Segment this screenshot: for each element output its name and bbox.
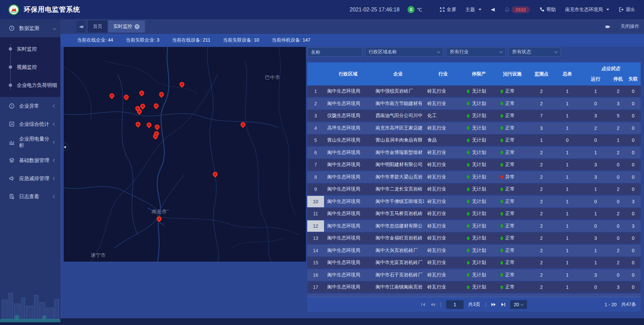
cell-region: 阆中生态环境局 [324,171,372,183]
table-row[interactable]: 9阆中生态环境局阆中市二龙长宝页岩砖砖瓦行业无计划正常21120 [307,183,641,195]
cell-stop-count: 0 [610,269,626,281]
cell-stop-count: 3 [610,281,626,293]
sidebar-item-4[interactable]: 企业用电量分析 [0,133,60,151]
sidebar-item-7[interactable]: 日志查看 [0,187,60,206]
table-row[interactable]: 11阆中生态环境局阆中市五马桥页岩机砖砖瓦行业无计划正常21120 [307,208,641,219]
table-row[interactable]: 13阆中生态环境局阆中市金福旺页岩机砖砖瓦行业无计划正常21300 [307,232,641,244]
next-page-icon [491,303,496,307]
col-company: 企业 [372,62,424,86]
tabs-scroll-left-button[interactable]: ◀◀ [76,20,86,33]
chevron-left-icon [53,141,56,144]
next-page-button[interactable] [491,303,496,307]
last-page-icon [501,303,505,307]
cell-monitor-count: 2 [529,208,554,219]
table-row[interactable]: 5营山生态环境局营山县润丰肉食品有限食品无计划正常10010 [307,134,641,146]
region-select[interactable]: 行政区域名称 [365,47,443,57]
tab-close-icon[interactable]: ✕ [135,24,140,29]
stat-item: 当前失联设备: 10 [223,37,259,43]
map-panel[interactable]: 巴中市南充市遂宁市 ◀ [64,47,306,262]
sidebar-item-label: 企业异常 [19,103,53,109]
chevron-left-icon [53,159,56,162]
table-row[interactable]: 3仪陇生态环境局西南油气田分公司川中化工无计划正常71350 [307,110,641,121]
mute-button[interactable] [491,7,495,12]
cell-facility-status: 异常 [496,171,529,183]
cell-region: 阆中生态环境局 [324,98,372,109]
first-page-button[interactable] [421,303,426,307]
table-row[interactable]: 6阆中生态环境局阆中市金博瑞新型墙材砖瓦行业无计划正常21120 [307,147,641,158]
last-page-button[interactable] [501,303,505,307]
sidebar-subitem-label: 视频监控 [17,64,37,70]
sidebar-item-2[interactable]: 企业异常 [0,97,60,115]
prev-page-button[interactable] [430,303,435,307]
close-operations-button[interactable]: 关闭操作 [621,23,639,30]
status-dot-green [467,224,470,228]
help-button[interactable]: 帮助 [539,7,556,13]
notification-bell[interactable]: 2632 [505,6,530,13]
tab-home[interactable]: 首页 [88,20,107,33]
cell-run-count: 1 [581,245,610,256]
table-row[interactable]: 14阆中生态环境局阆中大兴页岩机砖厂砖瓦行业无计划正常21120 [307,245,641,256]
table-row[interactable]: 7阆中生态环境局阆中明阳建材有限公司砖瓦行业无计划正常21300 [307,159,641,170]
sidebar-item-6[interactable]: 应急减排管理 [0,169,60,187]
chevron-down-icon [437,50,440,53]
status-dot-green [467,212,470,216]
monitor-icon [9,25,15,31]
cell-limit-status: 无计划 [462,147,495,158]
row-index-cell: 9 [307,183,324,195]
status-dot-green [500,200,503,203]
sidebar-submenu: 实时监控视频监控企业电力负荷明细 [0,37,60,97]
cell-limit-status: 无计划 [462,281,495,293]
sidebar-item-label: 企业综合统计 [19,121,53,127]
table-row[interactable]: 17阆中生态环境局阆中市江南镇阆南页岩砖瓦行业无计划正常21030 [307,281,641,293]
status-dot-green [467,163,470,167]
city-skyline-watermark [0,286,60,325]
cell-region: 阆中生态环境局 [324,208,372,219]
theme-dropdown[interactable]: 主题 [466,7,481,13]
sidebar-subitem[interactable]: 视频监控 [0,58,60,76]
fullscreen-icon [440,7,445,12]
table-row[interactable]: 2阆中生态环境局阆中市南方节能建材有砖瓦行业无计划正常21030 [307,98,641,109]
cell-meter-count: 1 [554,110,581,121]
tabs-scroll-right-button[interactable]: ▶▶ [606,24,610,29]
organization-dropdown[interactable]: 南充市生态环境局 [565,7,609,13]
cell-company: 阆中市千佛镇五郎垭页岩 [372,196,424,207]
table-row[interactable]: 15阆中生态环境局阆中市光富页岩机砖厂砖瓦行业无计划正常21120 [307,257,641,268]
table-row[interactable]: 16阆中生态环境局阆中市石子页岩机砖厂砖瓦行业无计划正常21300 [307,269,641,281]
bullet-dot-icon [9,65,12,69]
table-row[interactable]: 10阆中生态环境局阆中市千佛镇五郎垭页岩砖瓦行业无计划正常21003 [307,196,641,207]
page-size-select[interactable]: 20 [510,300,527,309]
status-dot-green [500,90,503,93]
cell-monitor-count: 2 [529,220,554,232]
sidebar-subitem[interactable]: 实时监控 [0,40,60,58]
status-dot-red [500,175,503,179]
sidebar-subitem[interactable]: 企业电力负荷明细 [0,76,60,94]
table-row[interactable]: 8阆中生态环境局阆中市枣碧大梁山页岩砖瓦行业无计划异常21300 [307,171,641,183]
table-row[interactable]: 1阆中生态环境局阆中强锐页岩砖厂砖瓦行业无计划正常21120 [307,86,641,97]
sidebar-item-1[interactable]: 数据监测 [0,19,60,37]
chevron-down-icon [554,50,558,53]
col-meter: 总表 [554,62,581,86]
page-number-input[interactable]: 1 [446,300,464,309]
status-select[interactable]: 所有状态 [508,47,561,57]
cell-lost-count: 0 [626,257,641,268]
name-search-input[interactable] [307,47,362,57]
cell-company: 南充市高坪区王家店建 [372,122,424,134]
stats-icon [9,121,15,127]
table-row[interactable]: 12阆中生态环境局阆中市忠信建材有限公砖瓦行业无计划正常21003 [307,220,641,232]
sidebar-item-3[interactable]: 企业综合统计 [0,115,60,133]
tab-realtime-monitor[interactable]: 实时监控 ✕ [108,20,145,33]
logout-button[interactable]: 退出 [619,7,635,13]
chevron-left-icon [53,104,56,108]
industry-select[interactable]: 所有行业 [446,47,506,57]
fullscreen-button[interactable]: 全屏 [440,7,456,13]
cell-company: 阆中市南方节能建材有 [372,98,424,109]
table-row[interactable]: 4高坪生态环境局南充市高坪区王家店建砖瓦行业无计划正常31220 [307,122,641,134]
table-row[interactable]: 18南部生态环境局南部县水泥有限公司建材行业无计划正常21060 [307,294,641,297]
cell-company: 阆中市石子页岩机砖厂 [372,269,424,281]
row-index-cell: 12 [307,220,324,232]
sidebar-item-5[interactable]: 基础数据管理 [0,151,60,169]
cell-facility-status: 正常 [496,159,529,170]
cell-industry: 砖瓦行业 [424,196,462,207]
row-index-cell: 10 [307,196,324,207]
cell-meter-count: 1 [554,122,581,134]
